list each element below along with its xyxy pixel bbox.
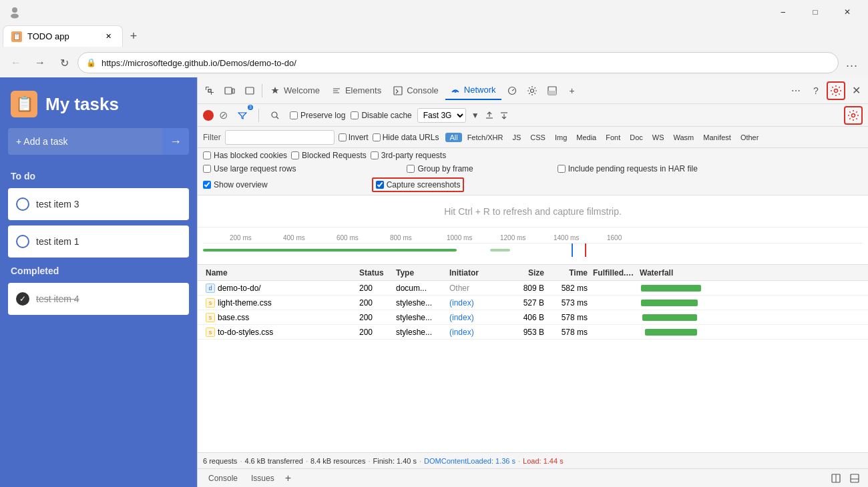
header-status[interactable]: Status [357,268,393,278]
add-devtools-tab[interactable]: + [563,81,582,100]
invert-checkbox[interactable]: Invert [339,133,369,142]
filter-input[interactable] [225,130,335,145]
close-button[interactable]: ✕ [832,0,863,24]
add-task-button[interactable]: + Add a task [8,128,162,155]
status-requests: 6 requests [203,457,237,465]
list-item[interactable]: ✓ test item 4 [8,283,189,315]
header-type[interactable]: Type [393,268,447,278]
bottom-tab-console[interactable]: Console [203,470,243,486]
minimize-button[interactable]: ‒ [768,0,799,24]
dock-icon[interactable] [847,470,863,486]
network-table-header: Name Status Type Initiator Size Time Ful… [198,265,868,281]
filter-type-other[interactable]: Other [736,133,763,142]
filter-type-ws[interactable]: WS [648,133,668,142]
filter-type-all[interactable]: All [445,133,461,142]
filter-type-css[interactable]: CSS [526,133,550,142]
devtools-settings-icon-highlighted[interactable] [827,81,845,100]
row-size: 953 B [503,328,547,337]
use-large-rows-checkbox[interactable]: Use large request rows [203,164,296,173]
row-waterfall [637,329,863,336]
clear-button[interactable]: ⊘ [219,109,228,121]
table-row[interactable]: s base.css 200 styleshe... (index) 406 B… [198,310,868,325]
maximize-button[interactable]: □ [800,0,831,24]
task-checkbox[interactable] [16,235,29,248]
header-waterfall[interactable]: Waterfall [637,268,863,278]
row-time: 582 ms [547,284,590,293]
inspect-element-button[interactable] [200,81,219,100]
hide-data-urls-checkbox[interactable]: Hide data URLs [373,133,439,142]
header-name[interactable]: Name [203,268,357,278]
table-row[interactable]: s to-do-styles.css 200 styleshe... (inde… [198,325,868,340]
tab-title: TODO app [27,31,97,41]
network-settings-button[interactable] [844,106,863,125]
row-initiator: (index) [447,328,503,337]
throttle-select[interactable]: Fast 3G [417,108,466,123]
devtools-close-button[interactable]: ✕ [847,81,865,100]
include-pending-checkbox[interactable]: Include pending requests in HAR file [558,164,698,173]
table-row[interactable]: d demo-to-do/ 200 docum... Other 809 B 5… [198,281,868,296]
row-time: 578 ms [547,328,590,337]
reload-button[interactable]: ↻ [53,52,75,73]
undock-icon[interactable] [828,470,844,486]
tab-console-label: Console [407,85,439,95]
header-time[interactable]: Time [547,268,590,278]
tab-close-button[interactable]: ✕ [102,31,114,43]
devtools-more-button[interactable]: ⋯ [787,81,805,100]
forward-button[interactable]: → [29,52,51,73]
browser-tab[interactable]: 📋 TODO app ✕ [3,25,123,47]
url-bar[interactable]: 🔒 https://microsoftedge.github.io/Demos/… [77,52,839,73]
show-overview-checkbox[interactable]: Show overview [203,180,268,189]
filter-type-doc[interactable]: Doc [626,133,647,142]
row-name: s to-do-styles.css [203,328,357,337]
list-item[interactable]: test item 3 [8,188,189,220]
settings-bar: Has blocked cookies Blocked Requests 3rd… [198,148,868,195]
performance-tab-icon[interactable] [503,81,521,100]
network-filter-icon[interactable]: 3 [233,106,252,125]
filter-type-js[interactable]: JS [508,133,525,142]
third-party-checkbox[interactable]: 3rd-party requests [371,151,446,160]
timeline-bar-3 [490,249,510,252]
table-row[interactable]: s light-theme.css 200 styleshe... (index… [198,296,868,310]
task-checkbox-checked[interactable]: ✓ [16,292,29,306]
header-fulfilled[interactable]: Fulfilled...▲ [590,268,637,278]
dock-button[interactable] [543,81,562,100]
filter-type-wasm[interactable]: Wasm [670,133,698,142]
bottom-tab-add-button[interactable]: + [282,472,294,484]
status-load: Load: 1.44 s [523,457,564,465]
device-toolbar-button[interactable] [220,81,239,100]
settings-button[interactable] [523,81,541,100]
devtools-help-button[interactable]: ? [807,81,825,100]
filter-type-manifest[interactable]: Manifest [699,133,735,142]
task-checkbox[interactable] [16,197,29,211]
filter-type-media[interactable]: Media [572,133,600,142]
svg-rect-3 [225,87,232,94]
group-by-frame-checkbox[interactable]: Group by frame [407,164,473,173]
header-size[interactable]: Size [503,268,547,278]
tab-console[interactable]: Console [388,81,444,100]
elements-mode-button[interactable] [240,81,259,100]
disable-cache-checkbox[interactable]: Disable cache [351,111,411,120]
capture-screenshots-checkbox[interactable]: Capture screenshots [372,177,465,192]
address-bar: ← → ↻ 🔒 https://microsoftedge.github.io/… [0,48,868,77]
blocked-requests-checkbox[interactable]: Blocked Requests [291,151,367,160]
header-initiator[interactable]: Initiator [447,268,503,278]
search-in-network-button[interactable] [266,106,284,125]
record-button[interactable] [203,110,214,121]
browser-more-button[interactable]: ... [841,52,863,73]
tab-elements[interactable]: Elements [327,81,387,100]
tab-network[interactable]: Network [445,81,501,100]
has-blocked-cookies-checkbox[interactable]: Has blocked cookies [203,151,287,160]
list-item[interactable]: test item 1 [8,225,189,258]
bottom-tab-issues[interactable]: Issues [246,470,280,486]
filter-type-font[interactable]: Font [602,133,624,142]
add-task-arrow-button[interactable]: → [162,128,189,155]
filter-type-fetch-xhr[interactable]: Fetch/XHR [463,133,507,142]
new-tab-button[interactable]: + [123,25,144,47]
tab-welcome[interactable]: Welcome [265,81,325,100]
row-type: docum... [393,284,447,293]
user-profile-icon[interactable] [5,3,24,21]
timeline-mark-1200: 1200 ms [500,234,525,241]
back-button[interactable]: ← [5,52,27,73]
filter-type-img[interactable]: Img [551,133,571,142]
preserve-log-checkbox[interactable]: Preserve log [290,111,345,120]
